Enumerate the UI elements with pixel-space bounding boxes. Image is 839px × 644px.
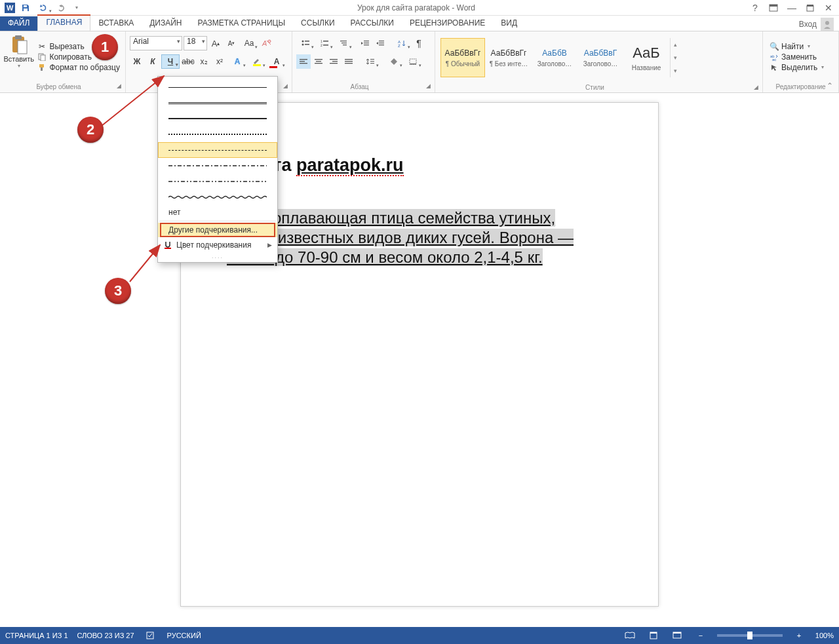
zoom-level[interactable]: 100% xyxy=(815,632,834,639)
view-read-button[interactable] xyxy=(623,632,637,639)
view-print-button[interactable] xyxy=(646,632,661,639)
styles-gallery[interactable]: АаБбВвГг¶ ОбычныйАаБбВвГг¶ Без инте…АаБб… xyxy=(440,34,680,81)
tab-insert[interactable]: ВСТАВКА xyxy=(90,16,142,31)
svg-rect-39 xyxy=(300,61,305,62)
bold-button[interactable]: Ж xyxy=(130,54,144,69)
ribbon-display-button[interactable] xyxy=(767,1,780,14)
style-item[interactable]: АаБНазвание xyxy=(624,38,669,77)
select-button[interactable]: Выделить▾ xyxy=(770,63,824,72)
align-center-button[interactable] xyxy=(311,54,326,69)
align-right-button[interactable] xyxy=(326,54,341,69)
multilevel-button[interactable] xyxy=(334,36,353,50)
underline-button[interactable]: Ч xyxy=(161,54,180,69)
bullets-button[interactable] xyxy=(296,36,315,50)
styles-scroll[interactable]: ▴▾▾ xyxy=(670,38,680,77)
text-effects-button[interactable]: A xyxy=(228,54,246,69)
dropdown-separator xyxy=(159,221,276,221)
undo-button[interactable] xyxy=(34,1,52,14)
svg-rect-48 xyxy=(345,61,353,62)
svg-text:Z: Z xyxy=(398,44,400,47)
paragraph-launcher[interactable]: ◢ xyxy=(424,83,432,90)
tab-home[interactable]: ГЛАВНАЯ xyxy=(37,15,90,31)
tab-file[interactable]: ФАЙЛ xyxy=(0,16,37,31)
underline-dashed[interactable] xyxy=(158,142,277,158)
underline-double[interactable] xyxy=(158,95,277,111)
replace-button[interactable]: abacЗаменить xyxy=(770,52,824,62)
highlight-button[interactable] xyxy=(248,54,266,69)
redo-button[interactable] xyxy=(54,1,68,14)
format-painter-button[interactable]: Формат по образцу xyxy=(37,63,120,72)
status-words[interactable]: СЛОВО 23 ИЗ 27 xyxy=(77,632,134,639)
status-language[interactable]: РУССКИЙ xyxy=(167,632,201,639)
status-page[interactable]: СТРАНИЦА 1 ИЗ 1 xyxy=(5,632,68,639)
qat-customize-button[interactable]: ▾ xyxy=(69,1,84,14)
style-item[interactable]: АаБбВвГг¶ Обычный xyxy=(440,38,485,77)
zoom-in-button[interactable]: + xyxy=(792,632,806,639)
underline-dot-dot-dash[interactable] xyxy=(158,174,277,189)
shrink-font-button[interactable]: A▾ xyxy=(224,36,239,50)
find-button[interactable]: 🔍Найти▾ xyxy=(770,42,824,51)
tab-view[interactable]: ВИД xyxy=(493,16,525,31)
clipboard-launcher[interactable]: ◢ xyxy=(115,83,123,90)
indent-button[interactable] xyxy=(373,36,387,50)
underline-dotted[interactable] xyxy=(158,126,277,142)
tab-mailings[interactable]: РАССЫЛКИ xyxy=(343,16,402,31)
shading-button[interactable] xyxy=(385,54,403,69)
copy-icon xyxy=(37,52,47,62)
zoom-slider[interactable] xyxy=(717,634,783,637)
font-size-combo[interactable]: 18 xyxy=(184,36,207,50)
line-spacing-button[interactable] xyxy=(361,54,380,69)
save-button[interactable] xyxy=(18,1,33,14)
underline-thick[interactable] xyxy=(158,111,277,126)
tab-layout[interactable]: РАЗМЕТКА СТРАНИЦЫ xyxy=(190,16,294,31)
maximize-button[interactable] xyxy=(804,1,817,14)
underline-color[interactable]: Цвет подчеркивания ▶ xyxy=(158,237,277,253)
paste-icon[interactable] xyxy=(9,34,29,55)
help-button[interactable]: ? xyxy=(749,1,762,14)
clear-formatting-button[interactable]: A xyxy=(260,36,274,50)
zoom-out-button[interactable]: − xyxy=(693,632,708,639)
window-controls: ? — ✕ xyxy=(749,1,839,14)
tab-references[interactable]: ССЫЛКИ xyxy=(293,16,342,31)
minimize-button[interactable]: — xyxy=(785,1,798,14)
show-marks-button[interactable]: ¶ xyxy=(412,36,426,50)
underline-more[interactable]: Другие подчеркивания... xyxy=(158,223,277,237)
style-item[interactable]: АаБбВЗаголово… xyxy=(532,38,577,77)
close-button[interactable]: ✕ xyxy=(822,1,835,14)
subscript-button[interactable]: x₂ xyxy=(197,54,211,69)
document-area[interactable]: я сайта paratapok.ru — водоплавающая пти… xyxy=(0,93,839,627)
superscript-button[interactable]: x² xyxy=(212,54,227,69)
align-left-button[interactable] xyxy=(296,54,311,69)
window-title: Урок для сайта paratapok - Word xyxy=(84,3,749,12)
strikethrough-button[interactable]: abc xyxy=(181,54,195,69)
grow-font-button[interactable]: A▴ xyxy=(208,36,223,50)
underline-single[interactable] xyxy=(158,79,277,95)
style-item[interactable]: АаБбВвГЗаголово… xyxy=(578,38,623,77)
italic-button[interactable]: К xyxy=(146,54,160,69)
font-name-combo[interactable]: Arial xyxy=(130,36,182,50)
paste-button[interactable]: Вставить xyxy=(3,55,34,63)
styles-launcher[interactable]: ◢ xyxy=(752,84,760,92)
outdent-button[interactable] xyxy=(358,36,372,50)
underline-none[interactable]: нет xyxy=(158,205,277,219)
tab-review[interactable]: РЕЦЕНЗИРОВАНИЕ xyxy=(402,16,493,31)
borders-button[interactable] xyxy=(404,54,422,69)
align-justify-button[interactable] xyxy=(341,54,356,69)
font-launcher[interactable]: ◢ xyxy=(281,83,289,90)
sort-button[interactable]: AZ xyxy=(393,36,411,50)
font-color-button[interactable]: A xyxy=(267,54,286,69)
underline-dot-dash[interactable] xyxy=(158,158,277,174)
login-link[interactable]: Вход xyxy=(799,20,817,29)
numbering-button[interactable]: 12 xyxy=(315,36,334,50)
status-proofing-icon[interactable] xyxy=(144,632,158,639)
brush-icon xyxy=(37,63,47,72)
replace-icon: abac xyxy=(770,52,779,62)
svg-rect-67 xyxy=(673,632,681,634)
view-web-button[interactable] xyxy=(670,632,684,639)
change-case-button[interactable]: Aa xyxy=(240,36,258,50)
style-item[interactable]: АаБбВвГг¶ Без инте… xyxy=(486,38,531,77)
tab-design[interactable]: ДИЗАЙН xyxy=(142,16,189,31)
underline-wave[interactable] xyxy=(158,189,277,205)
user-avatar-icon[interactable] xyxy=(821,18,834,31)
collapse-ribbon-button[interactable]: ⌃ xyxy=(825,81,835,91)
